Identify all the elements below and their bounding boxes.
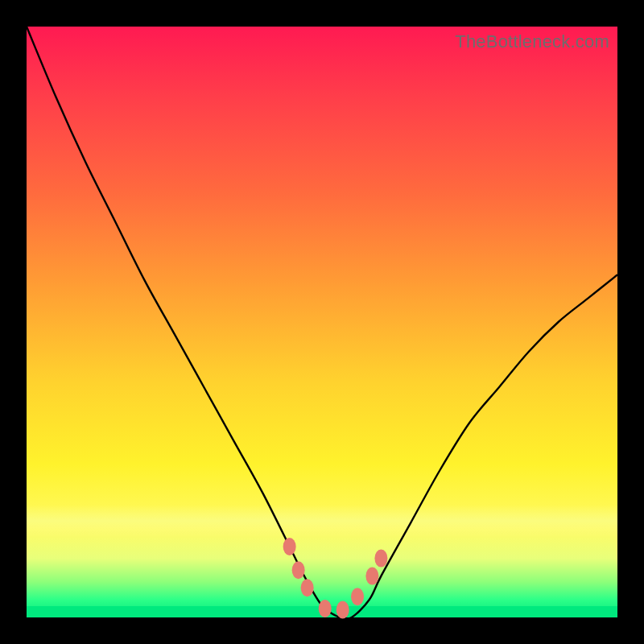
curve-marker <box>336 601 349 618</box>
bottleneck-curve <box>27 27 617 617</box>
curve-marker <box>351 588 364 605</box>
curve-marker <box>365 568 378 585</box>
curve-line <box>27 27 617 619</box>
chart-frame: TheBottleneck.com <box>0 0 644 644</box>
plot-area: TheBottleneck.com <box>27 27 617 617</box>
curve-marker <box>292 561 305 579</box>
curve-markers <box>283 538 388 619</box>
curve-marker <box>301 579 314 597</box>
curve-marker <box>374 550 387 568</box>
curve-marker <box>283 538 296 555</box>
curve-marker <box>319 600 332 617</box>
